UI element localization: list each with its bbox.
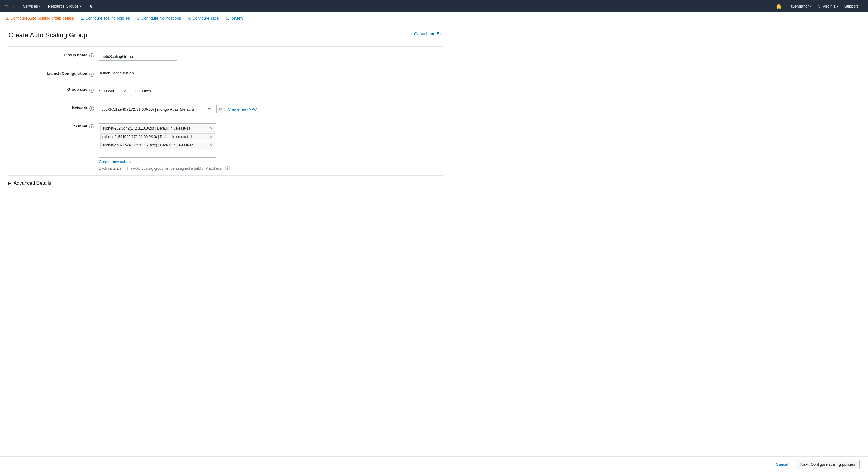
launch-config-row: Launch Configuration i launchConfigurati… bbox=[8, 65, 444, 81]
support-menu[interactable]: Support ▾ bbox=[842, 0, 863, 12]
network-select[interactable]: vpc-3c31ae46 (172.31.0.0/16) | mongo Atl… bbox=[99, 105, 213, 113]
region-menu[interactable]: N. Virginia ▾ bbox=[815, 0, 841, 12]
group-name-label: Group name bbox=[64, 53, 87, 57]
services-label: Services bbox=[23, 4, 38, 8]
user-chevron-icon: ▾ bbox=[810, 4, 812, 8]
top-nav: aws Services ▾ Resource Groups ▾ ★ 🔔 ave… bbox=[0, 0, 868, 12]
step-3[interactable]: 3. Configure Notifications bbox=[133, 12, 184, 25]
subnet-tag-1: subnet-252f6d42(172.31.0.0/20) | Default… bbox=[100, 125, 215, 132]
step-nav: 1. Configure Auto Scaling group details … bbox=[0, 12, 868, 25]
subnet-tag-text-3: subnet-d4091b9e(172.31.16.0/20) | Defaul… bbox=[102, 143, 208, 147]
svg-text:aws: aws bbox=[5, 4, 9, 7]
public-ip-info-icon[interactable]: i bbox=[225, 166, 230, 171]
public-ip-notice: Each instance in this Auto Scaling group… bbox=[99, 166, 444, 171]
subnet-below: Create new subnet bbox=[99, 159, 444, 164]
group-name-control bbox=[99, 51, 444, 61]
resource-groups-menu[interactable]: Resource Groups ▾ bbox=[45, 0, 84, 12]
group-size-label: Group size bbox=[67, 87, 87, 92]
nav-right: 🔔 avendanor ▾ N. Virginia ▾ Support ▾ bbox=[773, 0, 863, 12]
region-label: N. Virginia bbox=[818, 4, 836, 8]
create-vpc-link[interactable]: Create new VPC bbox=[228, 107, 257, 112]
page-content: Create Auto Scaling Group Cancel and Exi… bbox=[0, 25, 452, 197]
aws-logo: aws bbox=[5, 2, 16, 10]
step-2[interactable]: 2. Configure scaling policies bbox=[78, 12, 133, 25]
page-title: Create Auto Scaling Group bbox=[8, 31, 87, 39]
page-header: Create Auto Scaling Group Cancel and Exi… bbox=[8, 31, 444, 39]
step-5[interactable]: 5. Review bbox=[222, 12, 247, 25]
subnet-tag-text-2: subnet-2c501902(172.31.80.0/20) | Defaul… bbox=[102, 135, 208, 139]
group-name-input[interactable] bbox=[99, 52, 177, 61]
launch-config-control: launchConfiguration bbox=[99, 69, 444, 75]
services-chevron-icon: ▾ bbox=[39, 4, 41, 8]
group-size-instances-label: instances bbox=[134, 89, 151, 93]
subnet-empty-input[interactable] bbox=[100, 150, 215, 156]
subnet-info-icon[interactable]: i bbox=[89, 124, 94, 129]
group-size-control: Start with instances bbox=[99, 85, 444, 95]
subnet-label: Subnet bbox=[74, 124, 87, 128]
group-size-input[interactable] bbox=[118, 87, 132, 95]
group-name-info-icon[interactable]: i bbox=[89, 53, 94, 58]
launch-config-value: launchConfiguration bbox=[99, 69, 134, 75]
launch-config-label: Launch Configuration bbox=[47, 71, 87, 76]
subnet-container[interactable]: subnet-252f6d42(172.31.0.0/20) | Default… bbox=[99, 123, 216, 158]
advanced-chevron-icon: ▶ bbox=[8, 181, 11, 185]
step-1[interactable]: 1. Configure Auto Scaling group details bbox=[6, 12, 78, 25]
launch-config-label-col: Launch Configuration i bbox=[8, 69, 99, 76]
resource-groups-chevron-icon: ▾ bbox=[80, 4, 82, 8]
advanced-details-label: Advanced Details bbox=[13, 181, 51, 186]
user-menu[interactable]: avendanor ▾ bbox=[788, 0, 814, 12]
network-info-icon[interactable]: i bbox=[89, 106, 94, 111]
subnet-control: subnet-252f6d42(172.31.0.0/20) | Default… bbox=[99, 122, 444, 171]
group-size-inner: Start with instances bbox=[99, 87, 444, 95]
group-name-label-col: Group name i bbox=[8, 51, 99, 58]
launch-config-info-icon[interactable]: i bbox=[89, 72, 94, 76]
bookmarks-icon[interactable]: ★ bbox=[86, 0, 95, 12]
network-row: Network i vpc-3c31ae46 (172.31.0.0/16) |… bbox=[8, 99, 444, 118]
support-label: Support bbox=[844, 4, 858, 8]
services-menu[interactable]: Services ▾ bbox=[21, 0, 43, 12]
advanced-details-row[interactable]: ▶ Advanced Details bbox=[8, 176, 444, 191]
subnet-label-col: Subnet i bbox=[8, 122, 99, 129]
network-label: Network bbox=[72, 105, 87, 110]
resource-groups-label: Resource Groups bbox=[48, 4, 79, 8]
refresh-button[interactable]: ↻ bbox=[216, 105, 225, 113]
subnet-tag-text-1: subnet-252f6d42(172.31.0.0/20) | Default… bbox=[102, 126, 208, 130]
user-label: avendanor bbox=[790, 4, 809, 8]
network-inner: vpc-3c31ae46 (172.31.0.0/16) | mongo Atl… bbox=[99, 105, 444, 113]
subnet-tag-2: subnet-2c501902(172.31.80.0/20) | Defaul… bbox=[100, 133, 215, 140]
group-size-info-icon[interactable]: i bbox=[89, 88, 94, 93]
step-4[interactable]: 4. Configure Tags bbox=[184, 12, 222, 25]
subnet-remove-3[interactable]: ✕ bbox=[210, 143, 213, 147]
form-section: Group name i Launch Configuration i laun… bbox=[8, 46, 444, 176]
network-label-col: Network i bbox=[8, 104, 99, 111]
cancel-exit-link[interactable]: Cancel and Exit bbox=[414, 31, 444, 36]
group-size-label-col: Group size i bbox=[8, 85, 99, 93]
notifications-bell[interactable]: 🔔 bbox=[773, 0, 786, 12]
subnet-remove-1[interactable]: ✕ bbox=[210, 126, 213, 130]
group-size-start-label: Start with bbox=[99, 89, 115, 93]
network-control: vpc-3c31ae46 (172.31.0.0/16) | mongo Atl… bbox=[99, 104, 444, 113]
group-size-row: Group size i Start with instances bbox=[8, 81, 444, 99]
group-name-row: Group name i bbox=[8, 47, 444, 65]
public-ip-text: Each instance in this Auto Scaling group… bbox=[99, 166, 223, 170]
subnet-row: Subnet i subnet-252f6d42(172.31.0.0/20) … bbox=[8, 118, 444, 176]
subnet-remove-2[interactable]: ✕ bbox=[210, 135, 213, 139]
region-chevron-icon: ▾ bbox=[837, 4, 838, 8]
bell-icon: 🔔 bbox=[776, 3, 782, 9]
subnet-tag-3: subnet-d4091b9e(172.31.16.0/20) | Defaul… bbox=[100, 141, 215, 149]
support-chevron-icon: ▾ bbox=[859, 4, 861, 8]
create-subnet-link[interactable]: Create new subnet bbox=[99, 159, 132, 164]
